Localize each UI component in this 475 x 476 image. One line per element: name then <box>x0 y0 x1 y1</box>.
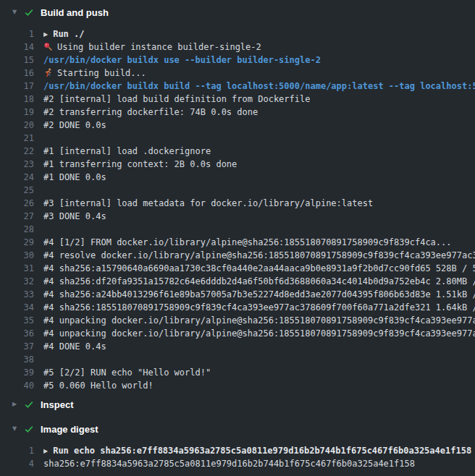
line-number[interactable]: 29 <box>0 236 34 249</box>
line-number[interactable]: 21 <box>0 132 34 145</box>
line-content: #4 unpacking docker.io/library/alpine@sh… <box>43 314 475 327</box>
line-content: #4 resolve docker.io/library/alpine@sha2… <box>43 249 475 262</box>
log-line: 18 #2 [internal] load build definition f… <box>0 93 475 106</box>
chevron-icon: ▶ <box>12 398 24 411</box>
line-text: #4 unpacking docker.io/library/alpine@sh… <box>43 315 475 326</box>
line-number[interactable]: 22 <box>0 145 34 158</box>
line-text: #2 [internal] load build definition from… <box>43 94 310 104</box>
line-number[interactable]: 1 <box>0 444 34 457</box>
log-line: 36 #4 unpacking docker.io/library/alpine… <box>0 327 475 340</box>
log-line: 21 <box>0 132 475 145</box>
line-content: #3 [internal] load metadata for docker.i… <box>43 197 373 210</box>
success-check-icon <box>24 7 34 17</box>
section-header-build-and-push[interactable]: ▼ Build and push <box>0 0 475 25</box>
success-check-icon <box>24 424 34 434</box>
line-text: #1 DONE 0.0s <box>43 172 106 182</box>
line-number[interactable]: 1 <box>0 27 34 41</box>
log-line: 35 #4 unpacking docker.io/library/alpine… <box>0 314 475 327</box>
log-line: 16 Starting build... <box>0 67 475 80</box>
line-content: Starting build... <box>43 67 146 80</box>
line-number[interactable]: 14 <box>0 41 34 54</box>
line-content: #4 sha256:df20fa9351a15782c64e6dddb2d4a6… <box>43 275 475 288</box>
line-number[interactable]: 16 <box>0 67 34 80</box>
line-number[interactable]: 17 <box>0 80 34 93</box>
line-content: #4 sha256:a24bb4013296f61e89ba57005a7b3e… <box>43 288 475 301</box>
line-text: #4 DONE 0.4s <box>43 341 106 352</box>
log-line: 29 #4 [1/2] FROM docker.io/library/alpin… <box>0 236 475 249</box>
line-number[interactable]: 27 <box>0 210 34 223</box>
log-line: 40 #5 0.060 Hello world! <box>0 379 475 392</box>
log-lines: 1 ▶Run echo sha256:e7ff8834a5963a2785c5a… <box>0 444 475 470</box>
line-number[interactable]: 26 <box>0 197 34 210</box>
log-line: 33 #4 sha256:a24bb4013296f61e89ba57005a7… <box>0 288 475 301</box>
line-number[interactable]: 24 <box>0 171 34 184</box>
log-line: 32 #4 sha256:df20fa9351a15782c64e6dddb2d… <box>0 275 475 288</box>
chevron-icon: ▼ <box>12 6 24 19</box>
line-number[interactable]: 32 <box>0 275 34 288</box>
line-text: /usr/bin/docker buildx build --tag local… <box>43 81 475 91</box>
line-number[interactable]: 30 <box>0 249 34 262</box>
line-number[interactable]: 39 <box>0 366 34 379</box>
line-number[interactable]: 33 <box>0 288 34 301</box>
line-text: Starting build... <box>57 68 146 78</box>
line-text: #4 unpacking docker.io/library/alpine@sh… <box>43 328 475 339</box>
line-number[interactable]: 28 <box>0 223 34 236</box>
line-number[interactable]: 38 <box>0 353 34 366</box>
log-line: 1 ▶Run echo sha256:e7ff8834a5963a2785c5a… <box>0 444 475 457</box>
log-line: 26 #3 [internal] load metadata for docke… <box>0 197 475 210</box>
line-text: #4 sha256:a24bb4013296f61e89ba57005a7b3e… <box>43 289 475 299</box>
line-text: #5 0.060 Hello world! <box>43 381 154 391</box>
line-text: #4 sha256:df20fa9351a15782c64e6dddb2d4a6… <box>43 276 475 286</box>
line-number[interactable]: 36 <box>0 327 34 340</box>
log-line: 25 <box>0 184 475 197</box>
line-text: #2 DONE 0.0s <box>43 120 106 130</box>
line-number[interactable]: 25 <box>0 184 34 197</box>
line-text: #1 [internal] load .dockerignore <box>43 146 211 156</box>
line-content: #2 [internal] load build definition from… <box>43 93 310 106</box>
line-number[interactable]: 35 <box>0 314 34 327</box>
line-content: /usr/bin/docker buildx use --builder bui… <box>43 54 321 67</box>
log-line: 20 #2 DONE 0.0s <box>0 119 475 132</box>
line-content: #5 0.060 Hello world! <box>43 379 154 392</box>
line-text: #3 DONE 0.4s <box>43 211 106 221</box>
log-line: 37 #4 DONE 0.4s <box>0 340 475 353</box>
section-header-image-digest[interactable]: ▼ Image digest <box>0 417 475 441</box>
line-text: Run echo sha256:e7ff8834a5963a2785c5a081… <box>53 446 471 456</box>
line-content: #4 [1/2] FROM docker.io/library/alpine@s… <box>43 236 452 249</box>
pushpin-icon <box>43 42 53 51</box>
workflow-log-viewer: ▼ Build and push 1 ▶Run ./ 14 Using buil… <box>0 0 475 470</box>
log-line: 24 #1 DONE 0.0s <box>0 171 475 184</box>
log-line: 15 /usr/bin/docker buildx use --builder … <box>0 54 475 67</box>
run-chevron-icon: ▶ <box>43 28 48 41</box>
line-content: #4 unpacking docker.io/library/alpine@sh… <box>43 327 475 340</box>
line-content[interactable]: ▶Run echo sha256:e7ff8834a5963a2785c5a08… <box>43 444 471 457</box>
line-content: /usr/bin/docker buildx build --tag local… <box>43 80 475 93</box>
log-line: 38 <box>0 353 475 366</box>
line-number[interactable]: 4 <box>0 457 34 470</box>
line-number[interactable]: 18 <box>0 93 34 106</box>
log-line: 27 #3 DONE 0.4s <box>0 210 475 223</box>
line-text: #2 transferring dockerfile: 74B 0.0s don… <box>43 107 258 117</box>
line-number[interactable]: 20 <box>0 119 34 132</box>
line-text: #5 [2/2] RUN echo "Hello world!" <box>43 367 211 378</box>
line-text: #4 sha256:185518070891758909c9f839cf4ca3… <box>43 302 475 313</box>
line-content[interactable]: ▶Run ./ <box>43 27 85 41</box>
line-number[interactable]: 23 <box>0 158 34 171</box>
line-number[interactable]: 19 <box>0 106 34 119</box>
line-number[interactable]: 15 <box>0 54 34 67</box>
line-content: #2 transferring dockerfile: 74B 0.0s don… <box>43 106 258 119</box>
line-text: Run ./ <box>53 29 84 39</box>
line-content: Using builder instance builder-single-2 <box>43 41 261 54</box>
log-line: 30 #4 resolve docker.io/library/alpine@s… <box>0 249 475 262</box>
line-number[interactable]: 34 <box>0 301 34 314</box>
line-content: #1 transferring context: 2B 0.0s done <box>43 158 237 171</box>
line-number[interactable]: 37 <box>0 340 34 353</box>
line-content: #4 sha256:a15790640a6690aa1730c38cf0a440… <box>43 262 475 275</box>
log-line: 4 sha256:e7ff8834a5963a2785c5a0811e979d1… <box>0 457 475 470</box>
line-content: #1 DONE 0.0s <box>43 171 106 184</box>
line-content: #4 sha256:185518070891758909c9f839cf4ca3… <box>43 301 475 314</box>
section-header-inspect[interactable]: ▶ Inspect <box>0 392 475 417</box>
log-line: 28 <box>0 223 475 236</box>
line-number[interactable]: 31 <box>0 262 34 275</box>
line-number[interactable]: 40 <box>0 379 34 392</box>
